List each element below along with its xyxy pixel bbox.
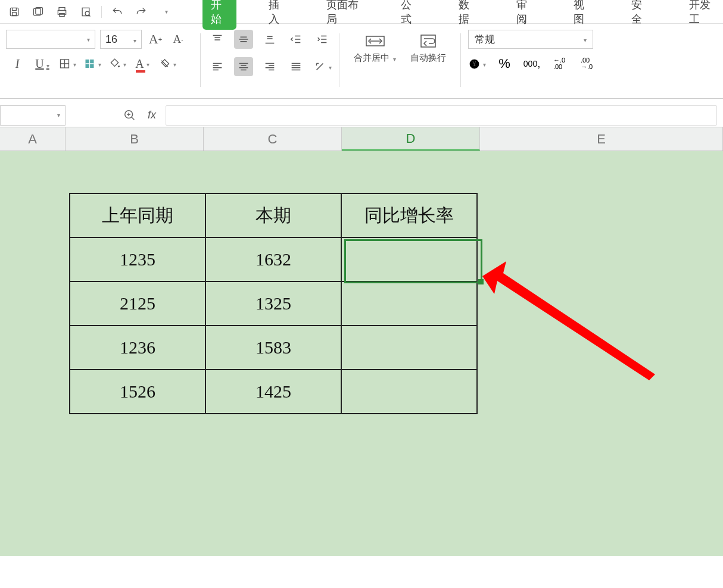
undo-icon[interactable] [109, 4, 126, 20]
align-left-icon[interactable] [208, 57, 227, 76]
redo-icon[interactable] [133, 4, 149, 20]
cell[interactable]: 2125 [70, 282, 205, 326]
zoom-icon[interactable] [121, 107, 138, 124]
worksheet-area[interactable]: 上年同期 本期 同比增长率 1235 1632 2125 1325 1236 1… [0, 151, 723, 556]
cell[interactable]: 1526 [70, 370, 205, 414]
cell[interactable]: 1325 [205, 282, 341, 326]
fill-handle[interactable] [478, 279, 484, 284]
cell[interactable] [341, 370, 477, 414]
save-icon[interactable] [6, 4, 23, 20]
italic-button[interactable]: I [8, 55, 26, 73]
font-color-button[interactable]: A [133, 55, 151, 73]
cell[interactable] [341, 237, 477, 282]
data-table: 上年同期 本期 同比增长率 1235 1632 2125 1325 1236 1… [69, 193, 478, 414]
table-row: 2125 1325 [70, 282, 477, 326]
fill-color-button[interactable] [108, 55, 126, 73]
header-prev[interactable]: 上年同期 [70, 193, 205, 237]
cell[interactable] [341, 326, 477, 370]
name-box[interactable] [0, 105, 66, 126]
print-preview-icon[interactable] [77, 4, 94, 20]
menu-tabs: 开始 插入 页面布局 公式 数据 审阅 视图 安全 开发工 [191, 0, 723, 24]
col-header-A[interactable]: A [0, 127, 66, 151]
separator [101, 6, 102, 18]
underline-button[interactable]: U [33, 55, 51, 73]
svg-rect-4 [59, 7, 65, 10]
header-curr[interactable]: 本期 [205, 193, 341, 237]
col-header-C[interactable]: C [204, 127, 342, 151]
alignment-group [208, 30, 332, 76]
table-row: 1235 1632 [70, 237, 477, 282]
formula-bar: fx [0, 99, 723, 127]
merge-center-button[interactable]: 合并居中 [347, 30, 403, 67]
print-icon[interactable] [54, 4, 70, 20]
align-top-icon[interactable] [208, 30, 227, 49]
separator [460, 33, 461, 87]
header-rate[interactable]: 同比增长率 [341, 193, 477, 237]
ribbon: 16 A+ A- I U A [0, 24, 723, 99]
decrease-decimal-icon[interactable]: .00→.0 [578, 55, 596, 73]
tab-page-layout[interactable]: 页面布局 [318, 0, 369, 30]
fx-label[interactable]: fx [145, 109, 158, 121]
cell[interactable] [341, 282, 477, 326]
number-format-select[interactable]: 常规 [468, 30, 593, 49]
comma-style-icon[interactable]: 000, [523, 55, 541, 73]
tab-security[interactable]: 安全 [623, 0, 657, 30]
align-bottom-icon[interactable] [260, 30, 279, 49]
tab-formulas[interactable]: 公式 [392, 0, 426, 30]
tab-start[interactable]: 开始 [202, 0, 236, 30]
cell[interactable]: 1583 [205, 326, 341, 370]
tab-view[interactable]: 视图 [565, 0, 599, 30]
align-center-icon[interactable] [234, 57, 253, 76]
increase-indent-icon[interactable] [313, 30, 332, 49]
currency-icon[interactable]: ¥ [468, 55, 486, 73]
tab-data[interactable]: 数据 [450, 0, 484, 30]
borders-button[interactable] [58, 55, 76, 73]
annotation-arrow [470, 252, 667, 389]
number-format-group: 常规 ¥ % 000, ←.0.00 .00→.0 [468, 30, 596, 73]
font-group: 16 A+ A- I U A [0, 30, 193, 73]
align-right-icon[interactable] [260, 57, 279, 76]
font-size-select[interactable]: 16 [100, 30, 142, 49]
tab-insert[interactable]: 插入 [260, 0, 294, 30]
font-size-value: 16 [105, 33, 117, 46]
column-headers: A B C D E [0, 127, 723, 151]
percent-icon[interactable]: % [495, 55, 513, 73]
cell[interactable]: 1235 [70, 237, 205, 282]
svg-rect-6 [60, 13, 64, 16]
cell[interactable]: 1236 [70, 326, 205, 370]
merge-center-label: 合并居中 [354, 52, 389, 64]
align-justify-icon[interactable] [286, 57, 306, 76]
align-middle-icon[interactable] [234, 30, 253, 49]
tab-review[interactable]: 审阅 [508, 0, 542, 30]
tab-developer[interactable]: 开发工 [681, 0, 723, 30]
col-header-B[interactable]: B [66, 127, 204, 151]
formula-input[interactable] [166, 105, 717, 126]
svg-rect-1 [13, 12, 17, 15]
orientation-icon[interactable] [313, 57, 332, 76]
wrap-text-label: 自动换行 [410, 52, 446, 64]
save-as-icon[interactable] [30, 4, 46, 20]
table-row: 1526 1425 [70, 370, 477, 414]
svg-text:¥: ¥ [472, 60, 476, 67]
number-format-value: 常规 [475, 33, 495, 46]
wrap-text-button[interactable]: 自动换行 [403, 30, 453, 67]
svg-rect-0 [10, 8, 18, 15]
table-row: 1236 1583 [70, 326, 477, 370]
font-name-select[interactable] [6, 30, 95, 49]
col-header-D[interactable]: D [342, 127, 480, 151]
customize-qat-icon[interactable] [157, 4, 173, 20]
grow-font-icon[interactable]: A+ [147, 30, 164, 48]
increase-decimal-icon[interactable]: ←.0.00 [550, 55, 568, 73]
separator [200, 33, 201, 87]
table-header-row: 上年同期 本期 同比增长率 [70, 193, 477, 237]
cell[interactable]: 1425 [205, 370, 341, 414]
cell-style-button[interactable] [83, 55, 101, 73]
svg-marker-16 [482, 261, 655, 380]
col-header-E[interactable]: E [480, 127, 723, 151]
decrease-indent-icon[interactable] [286, 30, 306, 49]
clear-format-button[interactable] [158, 55, 176, 73]
svg-point-8 [85, 11, 89, 15]
cell[interactable]: 1632 [205, 237, 341, 282]
separator [339, 33, 339, 87]
shrink-font-icon[interactable]: A- [169, 30, 187, 48]
